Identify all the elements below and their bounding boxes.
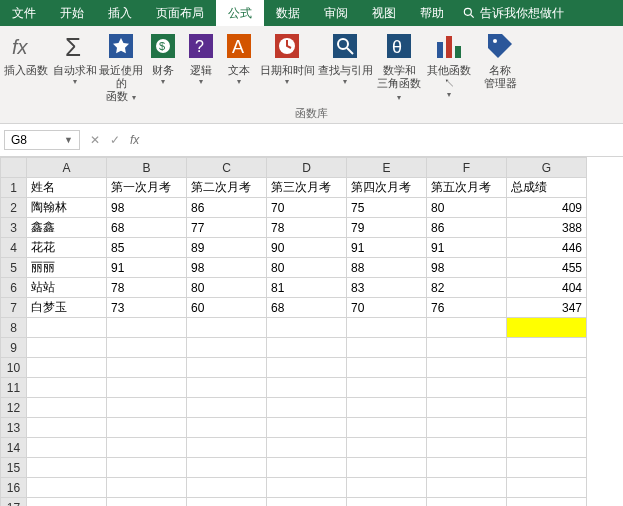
cell-A5[interactable]: 丽丽 (27, 258, 107, 278)
cell-B11[interactable] (107, 378, 187, 398)
cell-G12[interactable] (507, 398, 587, 418)
row-header-15[interactable]: 15 (1, 458, 27, 478)
cell-E9[interactable] (347, 338, 427, 358)
cell-G3[interactable]: 388 (507, 218, 587, 238)
financial-button[interactable]: $ 财务▾ (145, 26, 181, 87)
cell-D16[interactable] (267, 478, 347, 498)
cell-A13[interactable] (27, 418, 107, 438)
autosum-button[interactable]: Σ 自动求和▾ (53, 26, 97, 87)
cell-A16[interactable] (27, 478, 107, 498)
enter-icon[interactable]: ✓ (110, 133, 120, 147)
cell-A15[interactable] (27, 458, 107, 478)
cell-A1[interactable]: 姓名 (27, 178, 107, 198)
cell-E3[interactable]: 79 (347, 218, 427, 238)
cancel-icon[interactable]: ✕ (90, 133, 100, 147)
row-header-11[interactable]: 11 (1, 378, 27, 398)
cell-F11[interactable] (427, 378, 507, 398)
cell-F5[interactable]: 98 (427, 258, 507, 278)
tell-me-search[interactable]: 告诉我你想做什 (456, 0, 570, 26)
cell-D5[interactable]: 80 (267, 258, 347, 278)
select-all-corner[interactable] (1, 158, 27, 178)
cell-G2[interactable]: 409 (507, 198, 587, 218)
cell-D12[interactable] (267, 398, 347, 418)
more-functions-button[interactable]: 其他函数↖▾ (425, 26, 473, 100)
cell-F10[interactable] (427, 358, 507, 378)
row-header-12[interactable]: 12 (1, 398, 27, 418)
col-header-E[interactable]: E (347, 158, 427, 178)
row-header-8[interactable]: 8 (1, 318, 27, 338)
cell-E12[interactable] (347, 398, 427, 418)
cell-C10[interactable] (187, 358, 267, 378)
recent-functions-button[interactable]: 最近使用的函数 ▾ (99, 26, 143, 104)
cell-B14[interactable] (107, 438, 187, 458)
cell-C12[interactable] (187, 398, 267, 418)
cell-D1[interactable]: 第三次月考 (267, 178, 347, 198)
cell-A3[interactable]: 鑫鑫 (27, 218, 107, 238)
cell-C7[interactable]: 60 (187, 298, 267, 318)
cell-B17[interactable] (107, 498, 187, 507)
cell-C13[interactable] (187, 418, 267, 438)
cell-G4[interactable]: 446 (507, 238, 587, 258)
cell-D2[interactable]: 70 (267, 198, 347, 218)
cell-A2[interactable]: 陶翰林 (27, 198, 107, 218)
cell-B7[interactable]: 73 (107, 298, 187, 318)
cell-A14[interactable] (27, 438, 107, 458)
cell-G1[interactable]: 总成绩 (507, 178, 587, 198)
spreadsheet-grid[interactable]: ABCDEFG1姓名第一次月考第二次月考第三次月考第四次月考第五次月考总成绩2陶… (0, 157, 623, 506)
cell-C15[interactable] (187, 458, 267, 478)
cell-D7[interactable]: 68 (267, 298, 347, 318)
cell-A11[interactable] (27, 378, 107, 398)
col-header-A[interactable]: A (27, 158, 107, 178)
row-header-16[interactable]: 16 (1, 478, 27, 498)
cell-C16[interactable] (187, 478, 267, 498)
cell-C14[interactable] (187, 438, 267, 458)
menu-tab-审阅[interactable]: 审阅 (312, 0, 360, 26)
row-header-10[interactable]: 10 (1, 358, 27, 378)
cell-G5[interactable]: 455 (507, 258, 587, 278)
col-header-C[interactable]: C (187, 158, 267, 178)
cell-C17[interactable] (187, 498, 267, 507)
col-header-D[interactable]: D (267, 158, 347, 178)
cell-E11[interactable] (347, 378, 427, 398)
name-box[interactable]: G8 ▼ (4, 130, 80, 150)
cell-C9[interactable] (187, 338, 267, 358)
cell-B2[interactable]: 98 (107, 198, 187, 218)
cell-E14[interactable] (347, 438, 427, 458)
cell-C2[interactable]: 86 (187, 198, 267, 218)
cell-D9[interactable] (267, 338, 347, 358)
cell-E5[interactable]: 88 (347, 258, 427, 278)
cell-B16[interactable] (107, 478, 187, 498)
cell-G9[interactable] (507, 338, 587, 358)
cell-E2[interactable]: 75 (347, 198, 427, 218)
cell-F1[interactable]: 第五次月考 (427, 178, 507, 198)
cell-G16[interactable] (507, 478, 587, 498)
cell-B4[interactable]: 85 (107, 238, 187, 258)
formula-input[interactable] (153, 130, 619, 150)
cell-F8[interactable] (427, 318, 507, 338)
cell-F12[interactable] (427, 398, 507, 418)
row-header-1[interactable]: 1 (1, 178, 27, 198)
menu-tab-页面布局[interactable]: 页面布局 (144, 0, 216, 26)
col-header-G[interactable]: G (507, 158, 587, 178)
cell-G11[interactable] (507, 378, 587, 398)
menu-tab-开始[interactable]: 开始 (48, 0, 96, 26)
row-header-17[interactable]: 17 (1, 498, 27, 507)
cell-E16[interactable] (347, 478, 427, 498)
col-header-B[interactable]: B (107, 158, 187, 178)
row-header-3[interactable]: 3 (1, 218, 27, 238)
cell-E1[interactable]: 第四次月考 (347, 178, 427, 198)
menu-tab-公式[interactable]: 公式 (216, 0, 264, 26)
lookup-button[interactable]: 查找与引用▾ (317, 26, 373, 87)
cell-C11[interactable] (187, 378, 267, 398)
menu-tab-插入[interactable]: 插入 (96, 0, 144, 26)
menu-tab-视图[interactable]: 视图 (360, 0, 408, 26)
cell-F7[interactable]: 76 (427, 298, 507, 318)
menu-tab-文件[interactable]: 文件 (0, 0, 48, 26)
math-trig-button[interactable]: θ 数学和三角函数 ▾ (375, 26, 423, 104)
cell-G8[interactable] (507, 318, 587, 338)
cell-G15[interactable] (507, 458, 587, 478)
cell-A10[interactable] (27, 358, 107, 378)
fx-icon[interactable]: fx (130, 133, 139, 147)
cell-G13[interactable] (507, 418, 587, 438)
row-header-14[interactable]: 14 (1, 438, 27, 458)
